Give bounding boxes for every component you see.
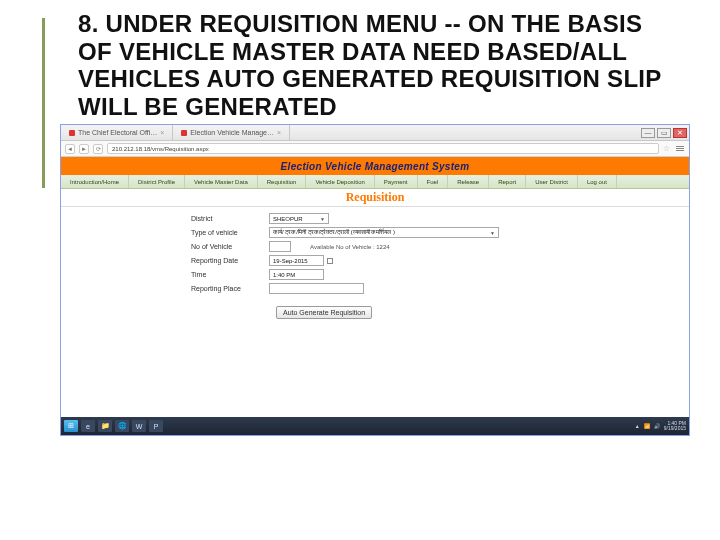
time-label: Time <box>191 271 269 278</box>
browser-tab[interactable]: The Chief Electoral Offi… × <box>61 125 173 140</box>
district-select[interactable]: SHEOPUR ▼ <box>269 213 329 224</box>
tray-icon[interactable]: ▲ <box>635 423 640 429</box>
nav-home[interactable]: Introduction/Home <box>61 175 129 188</box>
maximize-button[interactable]: ▭ <box>657 128 671 138</box>
nav-requisition[interactable]: Requisition <box>258 175 307 188</box>
system-tray[interactable]: ▲ 📶 🔊 1:40 PM 9/19/2015 <box>635 421 686 431</box>
reporting-place-input[interactable] <box>269 283 364 294</box>
reporting-date-input[interactable]: 19-Sep-2015 <box>269 255 324 266</box>
reporting-date-label: Reporting Date <box>191 257 269 264</box>
network-icon[interactable]: 📶 <box>644 423 650 429</box>
app-banner: Election Vehicle Management System <box>61 157 689 175</box>
tab-label: Election Vehicle Manage… <box>190 129 274 136</box>
favicon-icon <box>181 130 187 136</box>
hamburger-icon[interactable] <box>674 146 685 151</box>
banner-text: Election Vehicle Management System <box>281 161 470 172</box>
address-bar-row: ◄ ► ⟳ 210.212.18.18/vms/Requisition.aspx… <box>61 141 689 157</box>
section-title: Requisition <box>61 189 689 207</box>
tab-label: The Chief Electoral Offi… <box>78 129 157 136</box>
taskbar-app-icon[interactable]: W <box>132 420 146 432</box>
back-button[interactable]: ◄ <box>65 144 75 154</box>
form-area: District SHEOPUR ▼ Type of vehicle कार्य… <box>61 207 689 417</box>
close-button[interactable]: ✕ <box>673 128 687 138</box>
district-label: District <box>191 215 269 222</box>
calendar-icon[interactable] <box>327 258 333 264</box>
no-vehicle-input[interactable] <box>269 241 291 252</box>
slide-title: 8. UNDER REQUISITION MENU -- ON THE BASI… <box>78 10 680 120</box>
address-text: 210.212.18.18/vms/Requisition.aspx <box>112 146 209 152</box>
nav-fuel[interactable]: Fuel <box>418 175 449 188</box>
district-value: SHEOPUR <box>273 216 303 222</box>
address-input[interactable]: 210.212.18.18/vms/Requisition.aspx <box>107 143 659 154</box>
taskbar-app-icon[interactable]: P <box>149 420 163 432</box>
browser-window: The Chief Electoral Offi… × Election Veh… <box>60 124 690 436</box>
vehicle-type-value: कार्य/ ट्रक/मिनी ट्रक/ट्रेक्टर/ट्राली (व… <box>273 229 395 236</box>
nav-vehicle-master[interactable]: Vehicle Master Data <box>185 175 258 188</box>
minimize-button[interactable]: — <box>641 128 655 138</box>
nav-district-profile[interactable]: District Profile <box>129 175 185 188</box>
reload-button[interactable]: ⟳ <box>93 144 103 154</box>
no-vehicle-label: No of Vehicle <box>191 243 269 250</box>
auto-generate-requisition-button[interactable]: Auto Generate Requisition <box>276 306 372 319</box>
nav-logout[interactable]: Log out <box>578 175 617 188</box>
bookmark-icon[interactable]: ☆ <box>663 144 670 153</box>
accent-bar <box>42 18 45 188</box>
chevron-down-icon: ▼ <box>320 216 325 222</box>
nav-report[interactable]: Report <box>489 175 526 188</box>
vehicle-type-label: Type of vehicle <box>191 229 269 236</box>
chevron-down-icon: ▼ <box>490 230 495 236</box>
nav-payment[interactable]: Payment <box>375 175 418 188</box>
browser-tab-strip: The Chief Electoral Offi… × Election Veh… <box>61 125 689 141</box>
nav-release[interactable]: Release <box>448 175 489 188</box>
taskbar-app-icon[interactable]: 🌐 <box>115 420 129 432</box>
taskbar-clock[interactable]: 1:40 PM 9/19/2015 <box>664 421 686 431</box>
available-label: Available No of Vehicle : 1224 <box>310 244 390 250</box>
favicon-icon <box>69 130 75 136</box>
forward-button[interactable]: ► <box>79 144 89 154</box>
nav-user-district[interactable]: User District <box>526 175 578 188</box>
taskbar-app-icon[interactable]: 📁 <box>98 420 112 432</box>
taskbar: ⊞ e 📁 🌐 W P ▲ 📶 🔊 1:40 PM 9/19/2015 <box>61 417 689 435</box>
nav-vehicle-deposition[interactable]: Vehicle Deposition <box>306 175 374 188</box>
browser-tab[interactable]: Election Vehicle Manage… × <box>173 125 290 140</box>
volume-icon[interactable]: 🔊 <box>654 423 660 429</box>
close-tab-icon[interactable]: × <box>160 129 164 136</box>
time-input[interactable]: 1:40 PM <box>269 269 324 280</box>
close-tab-icon[interactable]: × <box>277 129 281 136</box>
app-nav: Introduction/Home District Profile Vehic… <box>61 175 689 189</box>
vehicle-type-select[interactable]: कार्य/ ट्रक/मिनी ट्रक/ट्रेक्टर/ट्राली (व… <box>269 227 499 238</box>
taskbar-app-icon[interactable]: e <box>81 420 95 432</box>
start-button[interactable]: ⊞ <box>64 420 78 432</box>
reporting-place-label: Reporting Place <box>191 285 269 292</box>
